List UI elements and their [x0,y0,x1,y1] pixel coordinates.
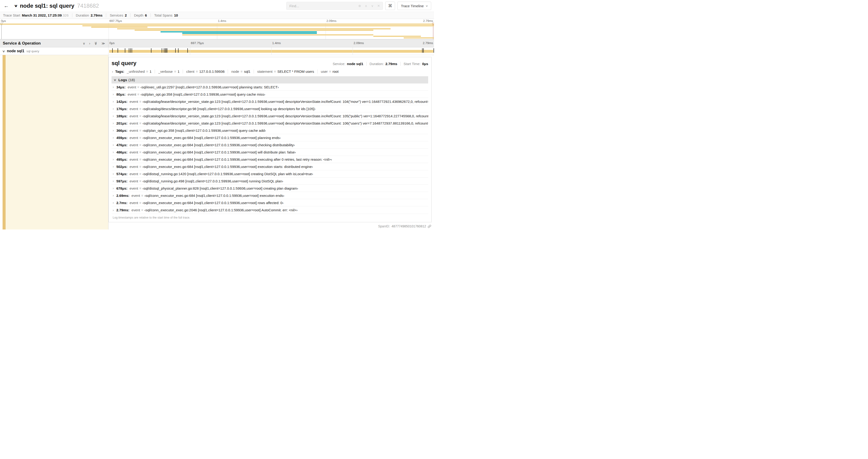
collapse-all-icon[interactable]: ≫ [94,41,98,45]
log-tick-mark [434,48,434,53]
span-detail-left-fill [6,55,108,230]
span-row-timeline[interactable] [108,47,434,55]
ruler-tick-label: 1.4ms [218,19,226,23]
tag-item: client = 127.0.0.1:59936 [183,69,224,73]
trace-minimap[interactable]: 0μs697.75μs1.4ms2.09ms2.79ms [0,19,434,39]
minimap-left-scrubber[interactable] [1,23,2,39]
log-tick-mark [187,48,188,53]
log-timestamp: 597μs: [117,179,128,183]
span-detail-meta: Service: node sql1 Duration: 2.79ms Star… [333,62,428,66]
span-row[interactable]: ∨ node sql1 sql query [0,47,434,55]
log-row[interactable]: › 574μs: event = ‹sql/distsql_running.go… [112,170,428,177]
chevron-down-icon: ∨ [2,50,5,53]
tags-accordion[interactable]: › Tags: _unfinished = 1 _verbose = 1 cli… [112,69,428,73]
log-row[interactable]: › 201μs: event = ‹sql/catalog/lease/desc… [112,120,428,127]
logs-accordion-header[interactable]: ∨ Logs (18) [112,76,428,84]
minimap-span-bar [117,28,391,29]
log-row[interactable]: › 80μs: event = ‹sql/plan_opt.go:358 [ns… [112,91,428,98]
log-row[interactable]: › 459μs: event = ‹sql/conn_executor_exec… [112,134,428,141]
log-tick-mark [164,48,164,53]
log-field-key: event [129,143,138,147]
collapse-trace-icon[interactable]: ∨ [14,4,18,8]
link-icon[interactable] [428,225,431,228]
log-row[interactable]: › 495μs: event = ‹sql/conn_executor_exec… [112,156,428,163]
log-tick-mark [166,48,166,53]
log-field-key: event [129,107,138,111]
ruler-tick-label: 2.09ms [327,19,337,23]
clear-find-button[interactable]: ✕ [375,2,382,9]
log-row[interactable]: › 597μs: event = ‹sql/distsql_running.go… [112,177,428,185]
log-field-value: ‹sql/conn_executor_exec.go:684 [nsql1,cl… [143,143,295,147]
minimap-ruler: 0μs697.75μs1.4ms2.09ms2.79ms [0,19,434,23]
find-next-button[interactable]: ∨ [369,2,375,9]
log-tick-mark [165,48,165,53]
log-field-key: event [129,100,138,104]
minimap-canvas[interactable] [0,23,434,39]
equals-sign: = [174,69,176,73]
log-field-value: ‹sql/conn_executor_exec.go:684 [nsql1,cl… [143,150,296,154]
trace-view-dropdown[interactable]: Trace Timeline ∨ [397,2,431,10]
detail-meta-value: 2.79ms [385,62,397,66]
equals-sign: = [274,69,276,73]
log-row[interactable]: › 34μs: event = ‹sql/exec_util.go:2297 [… [112,84,428,91]
chevron-right-icon: › [113,194,114,197]
keyboard-shortcuts-button[interactable]: ⌘ [385,2,395,10]
log-row[interactable]: › 2.69ms: event = ‹sql/conn_executor_exe… [112,192,428,199]
equals-sign: = [139,107,142,111]
log-row[interactable]: › 366μs: event = ‹sql/plan_opt.go:358 [n… [112,127,428,134]
trace-view-dropdown-label: Trace Timeline [401,4,424,8]
expand-one-icon[interactable]: › [89,41,90,45]
log-timestamp: 2.79ms: [117,208,129,212]
log-field-value: ‹sql/distsql_physical_planner.go:828 [ns… [143,186,298,190]
detail-meta-label: Start Time: [404,62,421,66]
chevron-down-icon: ∨ [371,4,374,8]
equals-sign: = [139,121,142,125]
equals-sign: = [137,92,140,96]
collapse-one-icon[interactable]: ∨ [83,41,85,45]
log-row[interactable]: › 189μs: event = ‹sql/catalog/lease/desc… [112,112,428,120]
span-row-label[interactable]: ∨ node sql1 sql query [0,47,108,55]
log-tick-mark [423,48,424,53]
log-timestamp: 80μs: [117,92,126,96]
log-row[interactable]: › 2.79ms: event = ‹sql/conn_executor_exe… [112,206,428,214]
tag-item: node = sql1 [228,69,250,73]
tag-key: statement [257,69,273,73]
find-prev-button[interactable]: ∧ [363,2,369,9]
log-row[interactable]: › 678μs: event = ‹sql/distsql_physical_p… [112,185,428,192]
log-field-value: ‹sql/conn_executor_exec.go:684 [nsql1,cl… [143,201,283,205]
log-row[interactable]: › 142μs: event = ‹sql/catalog/lease/desc… [112,98,428,105]
back-button[interactable]: ← [0,0,12,12]
ruler-tick-label: 0μs [110,41,115,45]
detail-meta-label: Service: [333,62,345,66]
expand-all-icon[interactable]: ≫ [101,41,105,45]
log-timestamp: 176μs: [117,107,128,111]
find-input[interactable] [286,2,356,9]
detail-meta-value: node sql1 [347,62,363,66]
tag-value: SELECT * FROM users [277,69,314,73]
log-field-key: event [129,201,138,205]
log-row[interactable]: › 176μs: event = ‹sql/catalog/descs/desc… [112,105,428,112]
tag-key: _verbose [158,69,173,73]
equals-sign: = [139,165,142,169]
log-row[interactable]: › 486μs: event = ‹sql/conn_executor_exec… [112,149,428,156]
log-field-key: event [129,150,138,154]
focus-match-button[interactable]: ⊕ [356,2,363,9]
ruler-tick-label: 697.75μs [191,41,204,45]
log-row[interactable]: › 2.7ms: event = ‹sql/conn_executor_exec… [112,199,428,206]
log-field-key: event [132,194,140,198]
minimap-span-bar [373,36,421,37]
ruler-tick-label: 2.79ms [423,19,433,23]
chevron-up-icon: ∧ [365,4,367,8]
chevron-right-icon: › [113,179,114,183]
log-field-key: event [129,121,138,125]
minimap-span-bar [404,37,434,38]
log-timestamp: 142μs: [117,100,128,104]
log-field-value: ‹sql/distsql_running.go:498 [nsql1,clien… [143,179,283,183]
log-row[interactable]: › 476μs: event = ‹sql/conn_executor_exec… [112,141,428,149]
log-row[interactable]: › 502μs: event = ‹sql/conn_executor_exec… [112,163,428,170]
span-detail-main: sql query Service: node sql1 Duration: 2… [108,55,434,230]
log-tick-mark [130,48,131,53]
span-detail-panel: sql query Service: node sql1 Duration: 2… [108,57,432,222]
log-field-value: ‹sql/plan_opt.go:358 [nsql1,client=127.0… [143,129,266,132]
log-timestamp: 459μs: [117,136,128,140]
